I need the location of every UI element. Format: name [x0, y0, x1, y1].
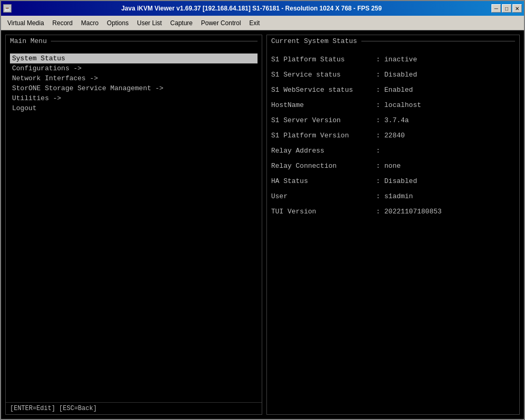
menu-item-options[interactable]: Options	[103, 18, 133, 28]
title-bar: ☕ Java iKVM Viewer v1.69.37 [192.168.64.…	[1, 1, 524, 16]
main-window: ☕ Java iKVM Viewer v1.69.37 [192.168.64.…	[0, 0, 525, 420]
right-panel-content: S1 Platform Status :inactiveS1 Service s…	[267, 47, 519, 414]
status-val-5: 22840	[384, 132, 405, 139]
status-val-2: Enabled	[384, 86, 413, 94]
status-key-8: HA Status	[271, 177, 376, 185]
status-val-3: localhost	[384, 101, 421, 109]
main-menu-list: System StatusConfigurations ->Network In…	[10, 53, 258, 113]
menu-item-power-control[interactable]: Power Control	[197, 18, 245, 28]
status-val-1: Disabled	[384, 71, 417, 79]
status-key-0: S1 Platform Status	[271, 56, 376, 63]
menu-list-item-1[interactable]: Configurations ->	[10, 63, 258, 73]
status-row-7: Relay Connection :none	[271, 162, 515, 170]
status-row-3: HostName :localhost	[271, 101, 515, 109]
status-sep-4: :	[376, 116, 380, 124]
left-panel: Main Menu System StatusConfigurations ->…	[5, 35, 262, 415]
status-key-1: S1 Service status	[271, 71, 376, 79]
right-panel-title: Current System Status	[271, 37, 361, 45]
left-panel-title-line	[51, 41, 258, 41]
menu-list-item-5[interactable]: Logout	[10, 103, 258, 113]
status-key-3: HostName	[271, 101, 376, 109]
status-row-2: S1 WebService status:Enabled	[271, 86, 515, 94]
right-panel-title-line	[361, 41, 515, 41]
status-key-10: TUI Version	[271, 208, 376, 216]
content-area: Main Menu System StatusConfigurations ->…	[1, 30, 524, 419]
status-table: S1 Platform Status :inactiveS1 Service s…	[271, 56, 515, 216]
menu-item-exit[interactable]: Exit	[245, 18, 264, 28]
status-sep-9: :	[376, 192, 380, 200]
maximize-button[interactable]: □	[502, 4, 511, 13]
menu-item-capture[interactable]: Capture	[166, 18, 197, 28]
window-title: Java iKVM Viewer v1.69.37 [192.168.64.18…	[12, 5, 491, 12]
status-val-10: 20221107180853	[384, 208, 442, 216]
menu-item-record[interactable]: Record	[48, 18, 77, 28]
menu-list-item-3[interactable]: StorONE Storage Service Management ->	[10, 83, 258, 93]
status-row-0: S1 Platform Status :inactive	[271, 56, 515, 63]
status-key-5: S1 Platform Version	[271, 132, 376, 139]
status-sep-8: :	[376, 177, 380, 185]
status-key-4: S1 Server Version	[271, 116, 376, 124]
status-sep-3: :	[376, 101, 380, 109]
left-panel-title: Main Menu	[10, 37, 51, 45]
status-key-6: Relay Address	[271, 147, 376, 155]
status-row-1: S1 Service status :Disabled	[271, 71, 515, 79]
status-val-9: s1admin	[384, 192, 413, 200]
menu-item-user-list[interactable]: User List	[133, 18, 166, 28]
menu-list-item-0[interactable]: System Status	[10, 53, 258, 63]
left-panel-header: Main Menu	[6, 35, 262, 47]
right-panel-header: Current System Status	[267, 35, 519, 47]
menu-item-virtual-media[interactable]: Virtual Media	[3, 18, 48, 28]
right-panel: Current System Status S1 Platform Status…	[266, 35, 520, 415]
status-val-8: Disabled	[384, 177, 417, 185]
status-sep-0: :	[376, 56, 380, 63]
status-row-6: Relay Address :	[271, 147, 515, 155]
status-val-4: 3.7.4a	[384, 116, 409, 124]
left-panel-content: System StatusConfigurations ->Network In…	[6, 47, 262, 402]
status-row-10: TUI Version :20221107180853	[271, 208, 515, 216]
close-button[interactable]: ✕	[512, 4, 522, 13]
window-icon: ☕	[3, 4, 12, 13]
minimize-button[interactable]: ─	[491, 4, 501, 13]
status-val-7: none	[384, 162, 401, 170]
status-row-8: HA Status :Disabled	[271, 177, 515, 185]
status-sep-1: :	[376, 71, 380, 79]
status-key-7: Relay Connection	[271, 162, 376, 170]
status-sep-7: :	[376, 162, 380, 170]
status-key-9: User	[271, 192, 376, 200]
status-key-2: S1 WebService status	[271, 86, 376, 94]
status-sep-10: :	[376, 208, 380, 216]
left-panel-footer: [ENTER=Edit] [ESC=Back]	[6, 402, 262, 414]
menu-list-item-2[interactable]: Network Interfaces ->	[10, 73, 258, 83]
status-sep-6: :	[376, 147, 380, 155]
status-row-4: S1 Server Version :3.7.4a	[271, 116, 515, 124]
menu-item-macro[interactable]: Macro	[77, 18, 103, 28]
window-controls: ─ □ ✕	[491, 4, 522, 13]
status-val-0: inactive	[384, 56, 417, 63]
status-row-5: S1 Platform Version:22840	[271, 132, 515, 139]
menu-list-item-4[interactable]: Utilities ->	[10, 93, 258, 103]
status-row-9: User :s1admin	[271, 192, 515, 200]
status-sep-2: :	[376, 86, 380, 94]
menu-bar: Virtual MediaRecordMacroOptionsUser List…	[1, 16, 524, 30]
status-sep-5: :	[376, 132, 380, 139]
